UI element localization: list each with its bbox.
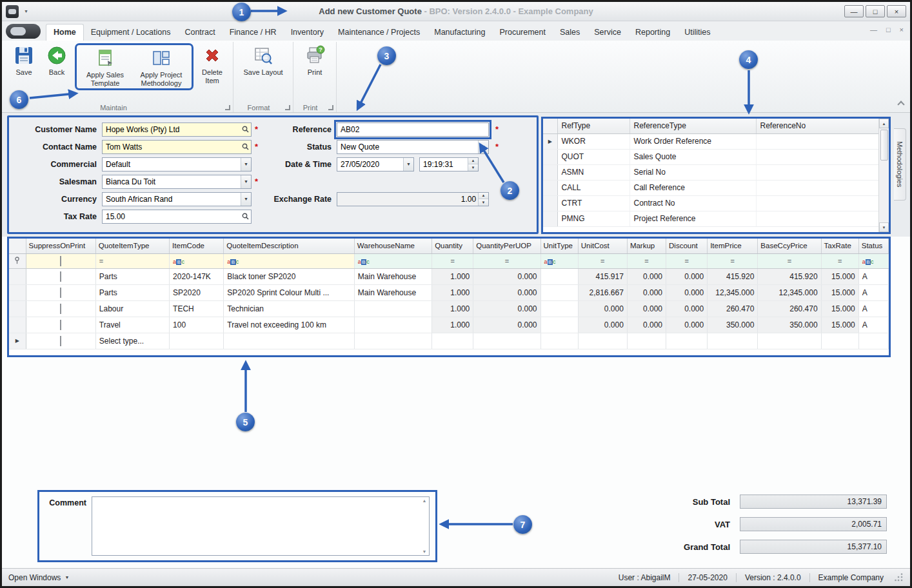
grid-cell[interactable]: SP2020 Sprint Colour Multi ... xyxy=(224,284,355,300)
salesman-select[interactable]: Bianca Du Toit ▼ xyxy=(102,175,252,189)
filter-cell[interactable]: = xyxy=(666,253,708,268)
ref-cell[interactable]: Sales Quote xyxy=(629,149,756,164)
filter-cell[interactable]: = xyxy=(821,253,858,268)
ref-cell[interactable]: Serial No xyxy=(629,164,756,180)
grid-column-header[interactable]: SuppressOnPrint xyxy=(26,239,95,253)
grid-cell[interactable]: 2,816.667 xyxy=(578,284,627,300)
grid-cell[interactable] xyxy=(26,317,95,333)
grid-column-header[interactable]: QuantityPerUOP xyxy=(473,239,540,253)
maximize-button[interactable]: □ xyxy=(866,5,885,17)
grid-row[interactable]: Travel 100 Travel not exceeding 100 km 1… xyxy=(9,317,889,333)
grid-cell[interactable] xyxy=(354,333,431,349)
grid-cell[interactable]: Technician xyxy=(224,300,355,317)
ref-cell[interactable]: Work Order Reference xyxy=(629,133,756,149)
grid-cell[interactable]: 0.000 xyxy=(473,317,540,333)
grid-cell[interactable] xyxy=(354,300,431,317)
select-type-cell[interactable]: Select type... xyxy=(95,333,169,349)
ref-row[interactable]: PMNG Project Reference xyxy=(543,211,878,226)
mdi-restore-icon[interactable]: □ xyxy=(886,26,891,34)
ref-row[interactable]: ASMN Serial No xyxy=(543,164,878,180)
grid-cell[interactable] xyxy=(540,300,578,317)
grid-column-header[interactable]: TaxRate xyxy=(821,239,858,253)
delete-item-button[interactable]: Delete Item xyxy=(195,43,229,85)
ref-cell[interactable]: PMNG xyxy=(557,211,629,226)
grid-cell[interactable]: 2020-147K xyxy=(170,268,224,284)
grid-cell[interactable]: 350.000 xyxy=(758,317,821,333)
quick-access-dropdown-icon[interactable]: ▼ xyxy=(24,9,28,14)
ref-cell[interactable] xyxy=(756,180,878,195)
tab-home[interactable]: Home xyxy=(46,24,84,41)
collapse-ribbon-icon[interactable] xyxy=(897,101,904,108)
ref-cell[interactable]: ASMN xyxy=(557,164,629,180)
spin-up-button[interactable]: ▲ xyxy=(468,158,478,164)
app-icon[interactable] xyxy=(6,5,19,18)
app-logo[interactable] xyxy=(6,24,41,39)
contact-lookup-icon[interactable] xyxy=(239,141,251,153)
grid-cell[interactable] xyxy=(540,284,578,300)
filter-cell[interactable]: = xyxy=(758,253,821,268)
grid-cell[interactable]: 15.000 xyxy=(821,268,858,284)
tab-service[interactable]: Service xyxy=(587,24,628,41)
scroll-down-icon[interactable]: ▼ xyxy=(422,549,427,554)
tab-contract[interactable]: Contract xyxy=(177,24,222,41)
grid-cell[interactable]: Main Warehouse xyxy=(354,268,431,284)
grid-cell[interactable]: Travel xyxy=(95,317,169,333)
ref-cell[interactable]: QUOT xyxy=(557,149,629,164)
grid-cell[interactable]: SP2020 xyxy=(170,284,224,300)
grid-cell[interactable]: Main Warehouse xyxy=(354,284,431,300)
grid-column-header[interactable]: Discount xyxy=(666,239,708,253)
grid-cell[interactable]: 0.000 xyxy=(666,268,708,284)
filter-cell[interactable]: = xyxy=(473,253,540,268)
dialog-launcher-icon[interactable] xyxy=(328,105,333,110)
contact-name-input[interactable]: Tom Watts xyxy=(102,140,252,154)
filter-cell[interactable]: aBc xyxy=(224,253,355,268)
grid-cell[interactable] xyxy=(26,284,95,300)
grid-row[interactable]: Labour TECH Technician 1.000 0.000 0.000… xyxy=(9,300,889,317)
filter-cell[interactable]: aBc xyxy=(540,253,578,268)
grid-cell[interactable]: Travel not exceeding 100 km xyxy=(224,317,355,333)
grid-column-header[interactable]: QuoteItemType xyxy=(95,239,169,253)
grid-cell[interactable]: 0.000 xyxy=(473,268,540,284)
ref-cell[interactable]: Call Reference xyxy=(629,180,756,195)
grid-cell[interactable]: Labour xyxy=(95,300,169,317)
status-select[interactable]: New Quote ▼ xyxy=(337,140,489,154)
minimize-button[interactable]: — xyxy=(844,5,864,17)
grid-cell[interactable]: 0.000 xyxy=(578,317,627,333)
ref-cell[interactable]: Project Reference xyxy=(629,211,756,226)
ref-row[interactable]: QUOT Sales Quote xyxy=(543,149,878,164)
save-layout-button[interactable]: Save Layout xyxy=(237,43,289,77)
grid-cell[interactable]: 0.000 xyxy=(578,300,627,317)
ref-cell[interactable]: CALL xyxy=(557,180,629,195)
ref-cell[interactable]: WKOR xyxy=(557,133,629,149)
tab-methodologies[interactable]: Methodologies xyxy=(894,128,906,201)
grid-cell[interactable] xyxy=(26,268,95,284)
grid-column-header[interactable]: WarehouseName xyxy=(354,239,431,253)
grid-cell[interactable] xyxy=(432,333,473,349)
ref-cell[interactable] xyxy=(756,164,878,180)
tab-finance-hr[interactable]: Finance / HR xyxy=(223,24,284,41)
filter-cell[interactable]: aBc xyxy=(354,253,431,268)
grid-column-header[interactable]: ItemPrice xyxy=(708,239,758,253)
grid-cell[interactable]: 15.000 xyxy=(821,284,858,300)
grid-cell[interactable]: TECH xyxy=(170,300,224,317)
scrollbar-thumb[interactable] xyxy=(880,130,888,161)
grid-cell[interactable]: 0.000 xyxy=(627,300,666,317)
filter-cell[interactable]: aBc xyxy=(858,253,888,268)
ref-cell[interactable] xyxy=(756,149,878,164)
grid-cell[interactable] xyxy=(627,333,666,349)
grid-cell[interactable]: 0.000 xyxy=(666,300,708,317)
tab-maintenance-projects[interactable]: Maintenance / Projects xyxy=(331,24,427,41)
grid-column-header[interactable]: BaseCcyPrice xyxy=(758,239,821,253)
grid-cell[interactable]: 415.917 xyxy=(578,268,627,284)
grid-cell[interactable]: 0.000 xyxy=(627,317,666,333)
ref-cell[interactable]: CTRT xyxy=(557,195,629,211)
currency-select[interactable]: South African Rand ▼ xyxy=(102,192,252,206)
grid-cell[interactable]: 15.000 xyxy=(821,300,858,317)
ref-cell[interactable] xyxy=(756,211,878,226)
comment-input[interactable]: ▲ ▼ xyxy=(92,496,430,556)
grid-cell[interactable]: 1.000 xyxy=(432,300,473,317)
scroll-down-icon[interactable]: ▼ xyxy=(879,222,889,232)
grid-cell[interactable]: 1.000 xyxy=(432,268,473,284)
ref-cell[interactable] xyxy=(756,195,878,211)
grid-cell[interactable]: Parts xyxy=(95,268,169,284)
